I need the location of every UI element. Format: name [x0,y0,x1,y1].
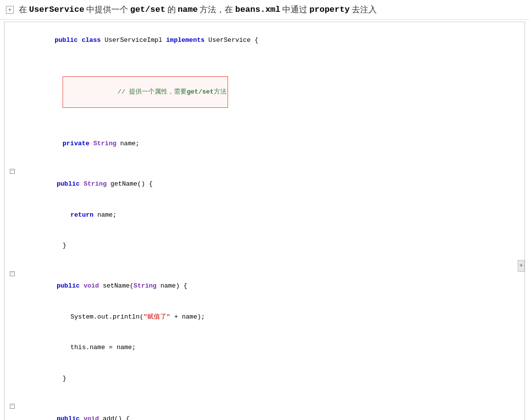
java-line-close1: } [8,230,525,261]
java-line-field: private String name; [8,129,525,159]
gutter-add: − [8,404,16,409]
java-println1-content: System.out.println("赋值了" + name); [16,302,515,332]
gutter-getname: − [8,169,16,174]
main-container: + 在 UserService 中提供一个 get/set 的 name 方法，… [0,0,529,420]
java-comment-content: // 提供一个属性，需要get/set方法 [16,56,515,129]
java-setname-content: public void setName(String name) { [16,271,515,302]
title-name: name [178,5,198,14]
title-bar: + 在 UserService 中提供一个 get/set 的 name 方法，… [0,0,529,20]
java-close1: } [16,230,515,261]
java-panel-expand[interactable]: + [518,260,525,272]
title-prefix: 在 [19,4,27,15]
java-line-1-content: public class UserServiceImpl implements … [16,25,515,56]
java-line-add: − public void add() { [8,404,525,420]
java-line-return: return name; [8,200,525,230]
title-method: get/set [130,5,165,14]
java-getname-content: public String getName() { [16,169,515,199]
java-add-content: public void add() { [16,404,515,420]
collapse-setname[interactable]: − [10,271,15,276]
title-text1: 中提供一个 [86,4,128,15]
java-return-content: return name; [16,200,515,230]
java-line-setname: − public void setName(String name) { [8,271,525,302]
comment-highlight: // 提供一个属性，需要get/set方法 [63,76,228,108]
add-icon[interactable]: + [6,6,14,14]
java-line-this: this.name = name; [8,332,525,363]
title-prop: property [309,5,350,14]
title-text5: 去注入 [352,4,377,15]
java-line-println1: System.out.println("赋值了" + name); [8,302,525,332]
java-line-blank2 [8,261,525,271]
java-line-close2: } [8,363,525,394]
title-file: beans.xml [235,5,280,14]
title-text4: 中通过 [282,4,307,15]
java-line-blank1 [8,159,525,169]
title-class: UserService [29,5,84,14]
java-line-1: public class UserServiceImpl implements … [8,25,525,56]
java-code-panel: public class UserServiceImpl implements … [4,22,525,420]
java-line-blank3 [8,394,525,404]
java-field-content: private String name; [16,129,515,159]
title-text2: 的 [167,4,176,15]
java-line-comment: // 提供一个属性，需要get/set方法 [8,56,525,129]
gutter-setname: − [8,271,16,276]
java-close2: } [16,363,515,394]
title-text3: 方法，在 [199,4,233,15]
collapse-add[interactable]: − [10,404,15,409]
collapse-getname[interactable]: − [10,169,15,174]
java-this-content: this.name = name; [16,332,515,363]
java-code-content: public class UserServiceImpl implements … [4,22,525,420]
java-line-getname: − public String getName() { [8,169,525,199]
